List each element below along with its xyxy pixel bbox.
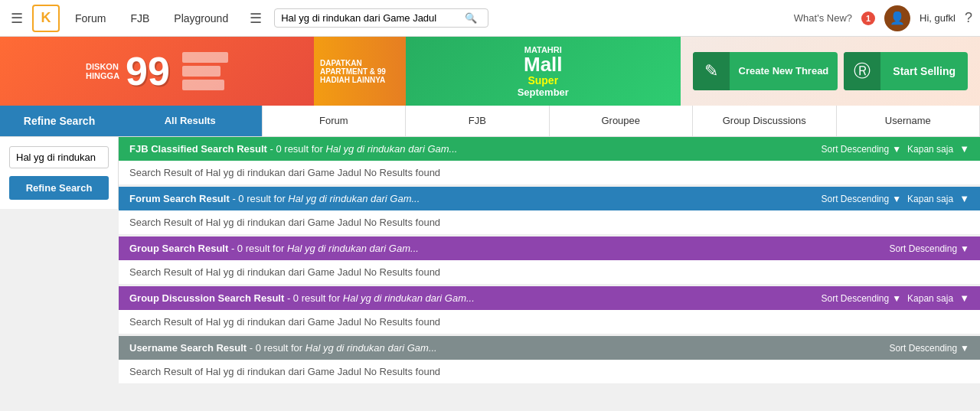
fjb-kapan-saja[interactable]: Kapan saja bbox=[907, 144, 953, 155]
forum-sort-chevron: ▼ bbox=[892, 194, 901, 204]
banner: DISKON HINGGA 99 DAPATKAN APARTMENT & 99… bbox=[0, 37, 980, 106]
hi-user-label: Hi, gufkl bbox=[920, 12, 956, 24]
group-discuss-result-title: Group Discussion Search Result - 0 resul… bbox=[129, 292, 475, 304]
username-result-header: Username Search Result - 0 result for Ha… bbox=[119, 336, 980, 360]
forum-title-bold: Forum Search Result bbox=[129, 193, 230, 204]
group-sort-dropdown[interactable]: Sort Descending ▼ bbox=[889, 243, 969, 254]
forum-result-title: Forum Search Result - 0 result for Hal y… bbox=[129, 193, 420, 204]
nav-fjb[interactable]: FJB bbox=[121, 9, 158, 28]
forum-prefix: - 0 result for bbox=[230, 193, 289, 204]
banner-right: MATAHRI Mall Super September bbox=[406, 37, 681, 106]
group-discuss-kapan-chevron: ▼ bbox=[959, 292, 969, 304]
nav-menu-icon[interactable]: ☰ bbox=[243, 7, 268, 30]
group-discuss-result-header: Group Discussion Search Result - 0 resul… bbox=[119, 286, 980, 310]
group-discuss-title-bold: Group Discussion Search Result bbox=[129, 292, 284, 304]
group-result-body: Search Result of Hal yg di rindukan dari… bbox=[119, 260, 980, 285]
results-area: FJB Classified Search Result - 0 result … bbox=[119, 137, 980, 386]
notification-badge[interactable]: 1 bbox=[861, 11, 875, 25]
banner-diskon-text: DISKON HINGGA bbox=[86, 62, 119, 80]
username-query-italic: Hal yg di rindukan dari Gam... bbox=[305, 342, 437, 354]
banner-actions: ✎ Create New Thread Ⓡ Start Selling bbox=[681, 52, 980, 90]
main-layout: Refine Search FJB Classified Search Resu… bbox=[0, 137, 980, 386]
group-discuss-result-body: Search Result of Hal yg di rindukan dari… bbox=[119, 310, 980, 334]
hamburger-icon[interactable]: ☰ bbox=[8, 7, 26, 30]
forum-result-body: Search Result of Hal yg di rindukan dari… bbox=[119, 210, 980, 235]
group-discuss-kapan-saja[interactable]: Kapan saja bbox=[907, 293, 953, 304]
create-icon: ✎ bbox=[693, 52, 730, 90]
username-prefix: - 0 result for bbox=[247, 342, 305, 354]
top-nav: ☰ K Forum FJB Playground ☰ 🔍 What's New?… bbox=[0, 0, 980, 37]
help-icon[interactable]: ? bbox=[965, 10, 972, 26]
group-sort-area: Sort Descending ▼ bbox=[889, 243, 969, 254]
fjb-sort-label: Sort Descending bbox=[821, 144, 889, 155]
tab-all-results[interactable]: All Results bbox=[119, 106, 263, 136]
fjb-kapan-chevron: ▼ bbox=[959, 143, 969, 155]
search-box: 🔍 bbox=[274, 8, 488, 28]
forum-sort-area: Sort Descending ▼ Kapan saja ▼ bbox=[821, 193, 969, 204]
sell-button-label: Start Selling bbox=[880, 65, 968, 77]
tab-fjb[interactable]: FJB bbox=[406, 106, 550, 136]
refine-panel: Refine Search bbox=[0, 106, 119, 136]
nav-forum[interactable]: Forum bbox=[66, 9, 115, 28]
banner-number: 99 bbox=[126, 51, 170, 91]
forum-kapan-saja[interactable]: Kapan saja bbox=[907, 194, 953, 204]
banner-september: September bbox=[518, 86, 569, 98]
banner-middle: DAPATKAN APARTMENT & 99 HADIAH LAINNYA bbox=[314, 37, 406, 106]
avatar[interactable]: 👤 bbox=[884, 5, 910, 31]
fjb-query-italic: Hal yg di rindukan dari Gam... bbox=[325, 143, 457, 155]
fjb-result-body: Search Result of Hal yg di rindukan dari… bbox=[119, 161, 980, 185]
fjb-result-title: FJB Classified Search Result - 0 result … bbox=[129, 143, 457, 155]
fjb-sort-chevron: ▼ bbox=[892, 144, 901, 155]
username-sort-area: Sort Descending ▼ bbox=[889, 343, 969, 354]
username-sort-chevron: ▼ bbox=[960, 343, 969, 354]
tab-group-discussions[interactable]: Group Discussions bbox=[693, 106, 837, 136]
nav-right: What's New? 1 👤 Hi, gufkl ? bbox=[794, 5, 972, 31]
search-input[interactable] bbox=[281, 12, 465, 24]
banner-left: DISKON HINGGA 99 bbox=[0, 37, 314, 106]
forum-result-header: Forum Search Result - 0 result for Hal y… bbox=[119, 187, 980, 210]
banner-super: Super bbox=[518, 74, 569, 86]
username-sort-dropdown[interactable]: Sort Descending ▼ bbox=[889, 343, 969, 354]
tab-username[interactable]: Username bbox=[837, 106, 981, 136]
username-title-bold: Username Search Result bbox=[129, 342, 247, 354]
whats-new-link[interactable]: What's New? bbox=[794, 12, 852, 24]
group-prefix: - 0 result for bbox=[228, 243, 287, 254]
group-result-header: Group Search Result - 0 result for Hal y… bbox=[119, 236, 980, 260]
fjb-prefix: - 0 result for bbox=[267, 143, 326, 155]
fjb-sort-dropdown[interactable]: Sort Descending ▼ bbox=[821, 144, 901, 155]
tab-forum[interactable]: Forum bbox=[263, 106, 407, 136]
refine-search-tab-button[interactable]: Refine Search bbox=[0, 106, 119, 136]
group-result-section: Group Search Result - 0 result for Hal y… bbox=[119, 236, 980, 285]
group-discuss-query-italic: Hal yg di rindukan dari Gam... bbox=[343, 292, 475, 304]
forum-sort-dropdown[interactable]: Sort Descending ▼ bbox=[821, 194, 901, 204]
fjb-result-section: FJB Classified Search Result - 0 result … bbox=[119, 137, 980, 185]
nav-playground[interactable]: Playground bbox=[165, 9, 237, 28]
search-icon[interactable]: 🔍 bbox=[465, 12, 477, 24]
sidebar-search-input[interactable] bbox=[9, 146, 109, 168]
start-selling-button[interactable]: Ⓡ Start Selling bbox=[844, 52, 968, 90]
username-result-section: Username Search Result - 0 result for Ha… bbox=[119, 336, 980, 384]
create-button-label: Create New Thread bbox=[730, 65, 838, 78]
group-discuss-sort-area: Sort Descending ▼ Kapan saja ▼ bbox=[821, 292, 969, 304]
group-result-title: Group Search Result - 0 result for Hal y… bbox=[129, 243, 419, 254]
group-discuss-result-section: Group Discussion Search Result - 0 resul… bbox=[119, 286, 980, 334]
sidebar-refine-button[interactable]: Refine Search bbox=[9, 176, 109, 200]
group-title-bold: Group Search Result bbox=[129, 243, 228, 254]
create-new-thread-button[interactable]: ✎ Create New Thread bbox=[693, 52, 838, 90]
group-sort-chevron: ▼ bbox=[960, 243, 969, 254]
tab-groupee[interactable]: Groupee bbox=[550, 106, 694, 136]
fjb-title-bold: FJB Classified Search Result bbox=[129, 143, 267, 155]
forum-sort-label: Sort Descending bbox=[821, 194, 889, 204]
tabs-bar: Refine Search All Results Forum FJB Grou… bbox=[0, 106, 980, 137]
logo[interactable]: K bbox=[32, 5, 60, 32]
group-sort-label: Sort Descending bbox=[889, 243, 957, 254]
group-discuss-sort-dropdown[interactable]: Sort Descending ▼ bbox=[821, 293, 901, 304]
username-result-title: Username Search Result - 0 result for Ha… bbox=[129, 342, 437, 354]
forum-kapan-chevron: ▼ bbox=[959, 193, 969, 204]
fjb-sort-area: Sort Descending ▼ Kapan saja ▼ bbox=[821, 143, 969, 155]
group-discuss-sort-chevron: ▼ bbox=[892, 293, 901, 304]
group-discuss-prefix: - 0 result for bbox=[284, 292, 343, 304]
sell-icon: Ⓡ bbox=[844, 52, 880, 90]
forum-query-italic: Hal yg di rindukan dari Gam... bbox=[288, 193, 420, 204]
banner-middle-text: DAPATKAN APARTMENT & 99 HADIAH LAINNYA bbox=[320, 59, 400, 84]
